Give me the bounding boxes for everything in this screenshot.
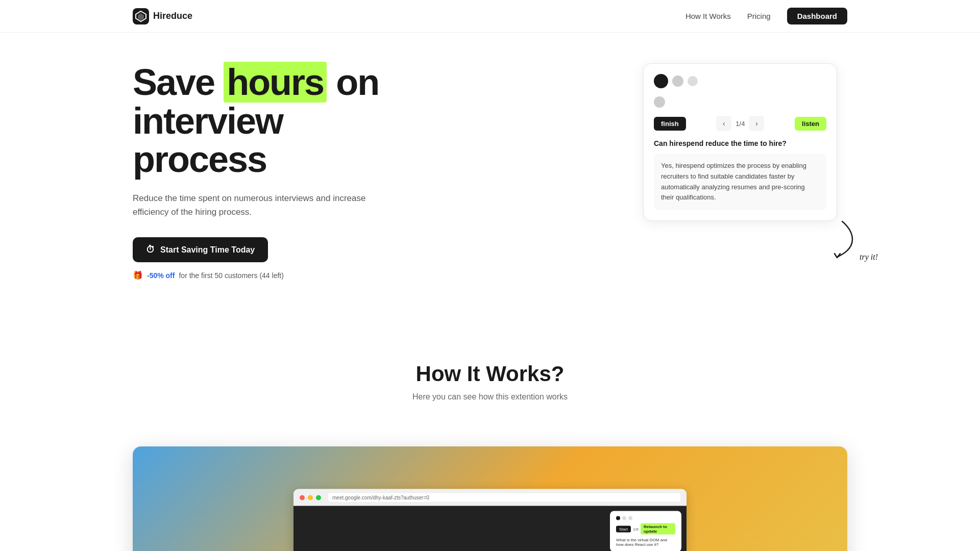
overlay-start-btn[interactable]: Start xyxy=(616,525,631,532)
discount-suffix: for the first 50 customers (44 left) xyxy=(179,271,283,280)
cta-label: Start Saving Time Today xyxy=(160,245,255,255)
cta-button[interactable]: ⏱ Start Saving Time Today xyxy=(133,237,268,262)
video-container: meet.google.com/dhy-kaaf-zts?authuser=0 … xyxy=(133,446,847,551)
qa-question: Can hirespend reduce the time to hire? xyxy=(654,139,826,147)
url-text: meet.google.com/dhy-kaaf-zts?authuser=0 xyxy=(332,495,429,500)
page-indicator: 1/4 xyxy=(736,120,745,128)
how-it-works-section: How It Works? Here you can see how this … xyxy=(0,321,980,446)
clock-icon: ⏱ xyxy=(146,244,155,255)
next-arrow[interactable]: › xyxy=(749,116,764,131)
nav-logo[interactable]: Hireduce xyxy=(133,8,192,24)
overlay-green-btn[interactable]: Relaunch to update xyxy=(641,523,675,535)
discount-amount: -50% off xyxy=(147,271,175,280)
navbar: Hireduce How It Works Pricing Dashboard xyxy=(0,0,980,33)
listen-button[interactable]: listen xyxy=(795,117,826,131)
hero-subtitle: Reduce the time spent on numerous interv… xyxy=(133,191,378,219)
card-nav-row: finish ‹ 1/4 › listen xyxy=(654,116,826,131)
qa-answer: Yes, hirespend optimizes the process by … xyxy=(654,154,826,210)
section-subtitle: Here you can see how this extention work… xyxy=(133,392,847,402)
circle-medium xyxy=(672,76,683,87)
browser-window: meet.google.com/dhy-kaaf-zts?authuser=0 … xyxy=(293,489,687,551)
hero-left: Save hours oninterviewprocess Reduce the… xyxy=(133,63,379,280)
overlay-dots-row xyxy=(616,516,675,520)
finish-button[interactable]: finish xyxy=(654,117,686,131)
dot-red xyxy=(300,495,305,500)
prev-arrow[interactable]: ‹ xyxy=(716,116,731,131)
try-it-area: try it! xyxy=(827,219,878,262)
page-current: 1 xyxy=(736,120,739,128)
hero-title-save: Save xyxy=(133,62,224,103)
overlay-nav-row: Start 1/8 Relaunch to update xyxy=(616,523,675,535)
section-title: How It Works? xyxy=(133,362,847,386)
nav-pricing[interactable]: Pricing xyxy=(747,12,771,20)
browser-overlay-panel: Start 1/8 Relaunch to update What is the… xyxy=(610,511,681,551)
hero-section: Save hours oninterviewprocess Reduce the… xyxy=(0,33,980,321)
overlay-question-text: What is the virtual DOM and how does Rea… xyxy=(616,538,675,547)
nav-how-it-works[interactable]: How It Works xyxy=(685,12,731,20)
overlay-page-num: 1/8 xyxy=(633,527,639,531)
try-it-arrow-icon xyxy=(827,219,857,260)
overlay-dot-1 xyxy=(616,516,620,520)
circle-light xyxy=(688,76,698,86)
dot-yellow xyxy=(308,495,313,500)
browser-url-bar[interactable]: meet.google.com/dhy-kaaf-zts?authuser=0 xyxy=(328,493,680,502)
card-circles-row1 xyxy=(654,74,826,88)
hero-title: Save hours oninterviewprocess xyxy=(133,63,379,179)
circle-dark xyxy=(654,74,668,88)
discount-row: 🎁 -50% off for the first 50 customers (4… xyxy=(133,270,379,280)
nav-links: How It Works Pricing Dashboard xyxy=(685,8,847,24)
overlay-dot-3 xyxy=(628,516,632,520)
try-it-label: try it! xyxy=(860,253,878,261)
logo-icon xyxy=(133,8,149,24)
nav-dashboard-button[interactable]: Dashboard xyxy=(787,8,847,24)
page-total: 4 xyxy=(741,120,745,128)
dot-green xyxy=(316,495,321,500)
circle-row2-item xyxy=(654,96,665,108)
logo-text: Hireduce xyxy=(153,11,192,21)
nav-arrows: ‹ 1/4 › xyxy=(716,116,764,131)
hero-right: finish ‹ 1/4 › listen Can hirespend redu… xyxy=(643,63,847,221)
card-circles-row2 xyxy=(654,96,826,108)
browser-content: Start 1/8 Relaunch to update What is the… xyxy=(293,506,687,551)
qa-card: finish ‹ 1/4 › listen Can hirespend redu… xyxy=(643,63,837,221)
overlay-dot-2 xyxy=(622,516,626,520)
gift-icon: 🎁 xyxy=(133,270,143,280)
hero-title-highlight: hours xyxy=(224,62,327,103)
browser-bar: meet.google.com/dhy-kaaf-zts?authuser=0 xyxy=(293,489,687,506)
